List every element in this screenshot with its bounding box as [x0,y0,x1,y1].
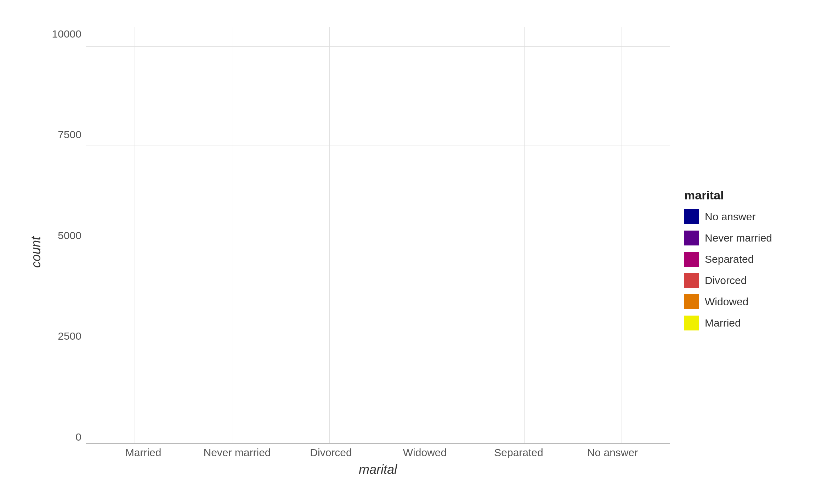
legend-swatch [684,252,699,267]
legend-item: Married [684,316,790,330]
x-tick: Never married [190,447,284,459]
legend-item: Separated [684,252,790,267]
legend-label: Widowed [705,296,748,308]
x-tick: Widowed [378,447,472,459]
y-axis: 100007500500025000 [47,27,86,444]
x-tick: No answer [566,447,659,459]
legend-swatch [684,231,699,245]
legend-swatch [684,316,699,330]
legend-swatch [684,273,699,288]
legend-label: Divorced [705,274,747,287]
legend-label: Never married [705,232,772,244]
plot-inner: 100007500500025000 [47,27,670,444]
x-axis: MarriedNever marriedDivorcedWidowedSepar… [86,444,670,459]
y-tick: 10000 [52,28,81,40]
chart-container: count 100007500500025000 MarriedNever ma… [18,13,798,491]
x-axis-label-container: marital [86,462,670,477]
y-tick: 0 [75,431,81,443]
legend-item: Divorced [684,273,790,288]
chart-area: count 100007500500025000 MarriedNever ma… [26,27,670,477]
legend-item: Widowed [684,294,790,309]
y-tick: 7500 [58,129,81,141]
y-tick: 5000 [58,230,81,242]
plot-and-x: 100007500500025000 MarriedNever marriedD… [47,27,670,477]
legend-title: marital [684,188,790,202]
y-axis-label: count [29,236,44,267]
legend-label: No answer [705,211,755,223]
legend-item: No answer [684,209,790,224]
legend-item: Never married [684,231,790,245]
legend-swatch [684,294,699,309]
legend-swatch [684,209,699,224]
plot-grid [86,27,670,444]
y-axis-label-container: count [26,27,47,477]
legend: marital No answerNever marriedSeparatedD… [670,27,790,477]
x-axis-label: marital [359,462,397,477]
y-tick: 2500 [58,330,81,342]
x-tick: Married [96,447,190,459]
x-tick: Separated [472,447,566,459]
bars-layer [86,27,670,443]
legend-label: Married [705,317,741,329]
x-tick: Divorced [284,447,378,459]
legend-label: Separated [705,253,754,265]
